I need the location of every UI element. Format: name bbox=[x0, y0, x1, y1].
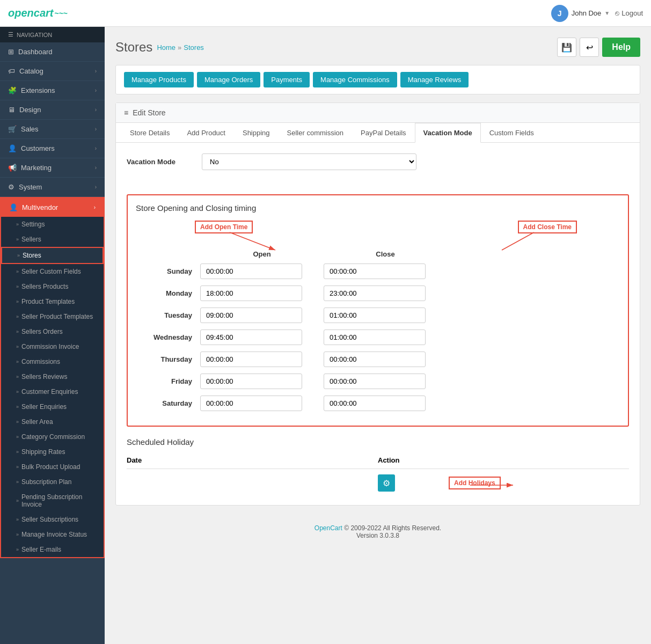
sidebar-item-customers[interactable]: 👤 Customers › bbox=[0, 139, 105, 158]
tab-custom-fields[interactable]: Custom Fields bbox=[481, 123, 543, 143]
open-time-monday[interactable] bbox=[200, 286, 302, 301]
sidebar-sub-customer-enquiries[interactable]: » Customer Enquiries bbox=[1, 384, 104, 399]
tab-add-product[interactable]: Add Product bbox=[178, 123, 234, 143]
sidebar-sub-bulk-product-upload[interactable]: » Bulk Product Upload bbox=[1, 459, 104, 474]
sidebar-item-design[interactable]: 🖥 Design › bbox=[0, 100, 105, 120]
bullet-icon: » bbox=[16, 269, 19, 274]
multivendor-section: 👤 Multivendor › » Settings » Sellers » S… bbox=[0, 197, 105, 558]
open-time-sunday[interactable] bbox=[200, 264, 302, 279]
tab-vacation-mode[interactable]: Vacation Mode bbox=[415, 123, 481, 143]
open-time-wednesday[interactable] bbox=[200, 330, 302, 345]
bullet-icon: » bbox=[16, 532, 19, 537]
sidebar-item-catalog[interactable]: 🏷 Catalog › bbox=[0, 62, 105, 81]
logo-text: opencart bbox=[8, 7, 53, 19]
close-time-thursday[interactable] bbox=[324, 352, 426, 367]
sidebar-item-dashboard[interactable]: ⊞ Dashboard bbox=[0, 42, 105, 62]
tab-store-details[interactable]: Store Details bbox=[121, 123, 178, 143]
sidebar-sub-manage-invoice-status[interactable]: » Manage Invoice Status bbox=[1, 527, 104, 542]
tab-seller-commission[interactable]: Seller commission bbox=[279, 123, 352, 143]
day-label-thursday: Thursday bbox=[136, 355, 200, 363]
sidebar-sub-subscription-plan[interactable]: » Subscription Plan bbox=[1, 474, 104, 489]
timing-header-area: Add Open Time Add Close Time bbox=[136, 221, 620, 258]
sidebar-sub-sellers-products[interactable]: » Sellers Products bbox=[1, 279, 104, 294]
manage-commissions-button[interactable]: Manage Commissions bbox=[313, 72, 397, 87]
col-open-header: Open bbox=[200, 250, 324, 258]
open-time-friday[interactable] bbox=[200, 374, 302, 389]
sidebar-item-marketing[interactable]: 📢 Marketing › bbox=[0, 158, 105, 178]
bullet-icon: » bbox=[16, 284, 19, 289]
close-time-sunday[interactable] bbox=[324, 264, 426, 279]
add-holidays-label: Add Holidays bbox=[449, 477, 501, 489]
add-holiday-btn[interactable]: ⚙ bbox=[378, 474, 395, 492]
bullet-icon: » bbox=[16, 389, 19, 394]
design-icon: 🖥 bbox=[8, 106, 15, 114]
sidebar-sub-shipping-rates[interactable]: » Shipping Rates bbox=[1, 444, 104, 459]
sidebar-sub-commissions[interactable]: » Commissions bbox=[1, 354, 104, 369]
manage-products-button[interactable]: Manage Products bbox=[124, 72, 194, 87]
payments-button[interactable]: Payments bbox=[264, 72, 310, 87]
sidebar-sub-settings[interactable]: » Settings bbox=[1, 217, 104, 232]
sidebar-sub-seller-product-templates[interactable]: » Seller Product Templates bbox=[1, 309, 104, 324]
vacation-mode-form: Vacation Mode No Yes bbox=[116, 143, 640, 189]
open-time-saturday[interactable] bbox=[200, 396, 302, 411]
sidebar-sub-seller-subscriptions[interactable]: » Seller Subscriptions bbox=[1, 512, 104, 527]
logout-icon: ⎋ bbox=[615, 9, 619, 17]
top-nav-right: J John Doe ▼ ⎋ Logout bbox=[551, 5, 643, 22]
extensions-chevron-icon: › bbox=[95, 87, 97, 93]
sidebar-sub-pending-subscription-invoice[interactable]: » Pending Subscription Invoice bbox=[1, 489, 104, 512]
sidebar-sub-stores[interactable]: » Stores bbox=[1, 247, 104, 264]
username: John Doe bbox=[572, 9, 602, 17]
sidebar-sub-sellers-reviews[interactable]: » Sellers Reviews bbox=[1, 369, 104, 384]
help-button[interactable]: Help bbox=[602, 38, 640, 57]
bullet-icon: » bbox=[17, 253, 20, 258]
bullet-icon: » bbox=[16, 517, 19, 522]
sidebar-sub-product-templates[interactable]: » Product Templates bbox=[1, 294, 104, 309]
close-time-friday[interactable] bbox=[324, 374, 426, 389]
tab-paypal-details[interactable]: PayPal Details bbox=[352, 123, 415, 143]
manage-orders-button[interactable]: Manage Orders bbox=[197, 72, 260, 87]
sidebar-sub-commission-invoice[interactable]: » Commission Invoice bbox=[1, 339, 104, 354]
bullet-icon: » bbox=[16, 547, 19, 552]
open-time-thursday[interactable] bbox=[200, 352, 302, 367]
save-button[interactable]: 💾 bbox=[557, 38, 576, 57]
user-info[interactable]: J John Doe ▼ bbox=[551, 5, 610, 22]
close-time-monday[interactable] bbox=[324, 286, 426, 301]
sidebar-sub-seller-custom-fields[interactable]: » Seller Custom Fields bbox=[1, 264, 104, 279]
user-dropdown-icon[interactable]: ▼ bbox=[604, 10, 610, 16]
sidebar-item-multivendor[interactable]: 👤 Multivendor › bbox=[1, 198, 104, 217]
date-column-header: Date bbox=[127, 456, 378, 464]
manage-reviews-button[interactable]: Manage Reviews bbox=[400, 72, 469, 87]
tab-buttons-row: Manage Products Manage Orders Payments M… bbox=[115, 65, 640, 94]
sidebar-sub-seller-enquiries[interactable]: » Seller Enquiries bbox=[1, 399, 104, 414]
breadcrumb-home[interactable]: Home bbox=[157, 43, 175, 52]
sidebar-sub-sellers[interactable]: » Sellers bbox=[1, 232, 104, 247]
sidebar-item-system[interactable]: ⚙ System › bbox=[0, 178, 105, 197]
sidebar: ☰ NAVIGATION ⊞ Dashboard 🏷 Catalog › 🧩 E… bbox=[0, 27, 105, 644]
timing-title: Store Opening and Closing timing bbox=[136, 203, 620, 213]
bullet-icon: » bbox=[16, 344, 19, 349]
logout-button[interactable]: ⎋ Logout bbox=[615, 9, 643, 17]
footer-version: Version 3.0.3.8 bbox=[356, 532, 399, 539]
tab-shipping[interactable]: Shipping bbox=[234, 123, 279, 143]
sidebar-item-extensions[interactable]: 🧩 Extensions › bbox=[0, 81, 105, 100]
close-time-tuesday[interactable] bbox=[324, 308, 426, 323]
sidebar-sub-seller-emails[interactable]: » Seller E-mails bbox=[1, 542, 104, 557]
open-time-tuesday[interactable] bbox=[200, 308, 302, 323]
sidebar-sub-sellers-orders[interactable]: » Sellers Orders bbox=[1, 324, 104, 339]
svg-line-0 bbox=[230, 232, 275, 250]
breadcrumb-stores[interactable]: Stores bbox=[184, 43, 204, 52]
sidebar-sub-seller-area[interactable]: » Seller Area bbox=[1, 414, 104, 429]
multivendor-icon: 👤 bbox=[9, 203, 18, 211]
bullet-icon: » bbox=[16, 314, 19, 319]
sidebar-item-sales[interactable]: 🛒 Sales › bbox=[0, 120, 105, 139]
back-button[interactable]: ↩ bbox=[580, 38, 599, 57]
close-time-saturday[interactable] bbox=[324, 396, 426, 411]
catalog-icon: 🏷 bbox=[8, 67, 15, 75]
hamburger-icon: ☰ bbox=[8, 31, 13, 38]
card-title: Edit Store bbox=[133, 108, 165, 117]
day-label-tuesday: Tuesday bbox=[136, 311, 200, 319]
sidebar-sub-category-commission[interactable]: » Category Commission bbox=[1, 429, 104, 444]
vacation-mode-select[interactable]: No Yes bbox=[202, 153, 416, 170]
footer-link[interactable]: OpenCart bbox=[314, 524, 342, 532]
close-time-wednesday[interactable] bbox=[324, 330, 426, 345]
